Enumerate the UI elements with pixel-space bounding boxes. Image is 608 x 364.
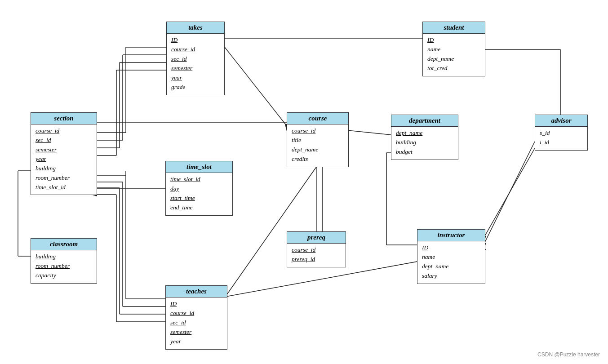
time-slot-attr-day: day [170,184,228,194]
classroom-attr-room_number: room_number [36,262,92,271]
time-slot-attr-time_slot_id: time_slot_id [170,175,228,184]
takes-attr-sec_id: sec_id [171,54,220,64]
student-attr-tot_cred: tot_cred [427,64,480,73]
entity-classroom: classroom building room_number capacity [31,238,97,284]
entity-prereq: prereq course_id prereq_id [287,231,346,267]
classroom-attr-building: building [36,252,92,262]
time-slot-header: time_slot [166,161,232,173]
section-attr-semester: semester [36,145,92,155]
section-attr-room_number: room_number [36,173,92,183]
instructor-attr-id: ID [422,243,480,253]
entity-section: section course_id sec_id semester year b… [31,112,97,195]
entity-course: course course_id title dept_name credits [287,112,349,167]
takes-attr-grade: grade [171,83,220,92]
entity-instructor: instructor ID name dept_name salary [417,229,485,284]
time-slot-attr-end_time: end_time [170,203,228,213]
instructor-header: instructor [417,230,485,241]
teaches-attr-semester: semester [170,328,222,337]
diagram: takes ID course_id sec_id semester year … [0,0,608,364]
svg-line-63 [484,148,535,238]
section-header: section [31,113,97,124]
section-attr-year: year [36,155,92,164]
classroom-header: classroom [31,239,97,250]
takes-attr-course_id: course_id [171,45,220,54]
svg-line-42 [484,142,535,245]
section-attr-building: building [36,164,92,173]
advisor-header: advisor [535,115,587,127]
svg-line-18 [225,47,287,126]
student-attr-dept_name: dept_name [427,54,480,64]
svg-line-29 [347,130,391,135]
teaches-header: teaches [166,286,227,297]
classroom-attr-capacity: capacity [36,271,92,280]
advisor-attr-s_id: s_id [540,129,583,138]
instructor-attr-dept_name: dept_name [422,262,480,271]
entity-department: department dept_name building budget [391,115,458,160]
course-attr-dept_name: dept_name [292,145,344,155]
prereq-attr-prereq_id: prereq_id [292,255,341,264]
takes-header: takes [167,22,224,34]
course-attr-title: title [292,136,344,145]
student-attr-name: name [427,45,480,54]
time-slot-attr-start_time: start_time [170,194,228,203]
section-attr-time_slot_id: time_slot_id [36,183,92,192]
teaches-attr-id: ID [170,299,222,309]
instructor-attr-name: name [422,253,480,262]
course-attr-credits: credits [292,155,344,164]
department-attr-building: building [396,138,453,147]
entity-student: student ID name dept_name tot_cred [422,22,485,76]
instructor-attr-salary: salary [422,271,480,281]
advisor-attr-i_id: i_id [540,138,583,147]
svg-line-62 [226,166,317,296]
course-attr-course_id: course_id [292,126,344,136]
course-header: course [287,113,348,124]
department-header: department [391,115,458,127]
teaches-attr-course_id: course_id [170,309,222,318]
department-attr-dept_name: dept_name [396,129,453,138]
teaches-attr-year: year [170,337,222,346]
teaches-attr-sec_id: sec_id [170,318,222,328]
entity-takes: takes ID course_id sec_id semester year … [166,22,225,95]
entity-time-slot: time_slot time_slot_id day start_time en… [165,161,233,216]
section-attr-course_id: course_id [36,126,92,136]
section-attr-sec_id: sec_id [36,136,92,145]
prereq-header: prereq [287,232,346,244]
student-header: student [423,22,485,34]
prereq-attr-course_id: course_id [292,245,341,255]
entity-teaches: teaches ID course_id sec_id semester yea… [165,285,227,350]
watermark: CSDN @Puzzle harvester [537,351,600,358]
entity-advisor: advisor s_id i_id [535,115,588,151]
takes-attr-id: ID [171,36,220,45]
takes-attr-semester: semester [171,64,220,73]
student-attr-id: ID [427,36,480,45]
department-attr-budget: budget [396,147,453,157]
takes-attr-year: year [171,73,220,83]
